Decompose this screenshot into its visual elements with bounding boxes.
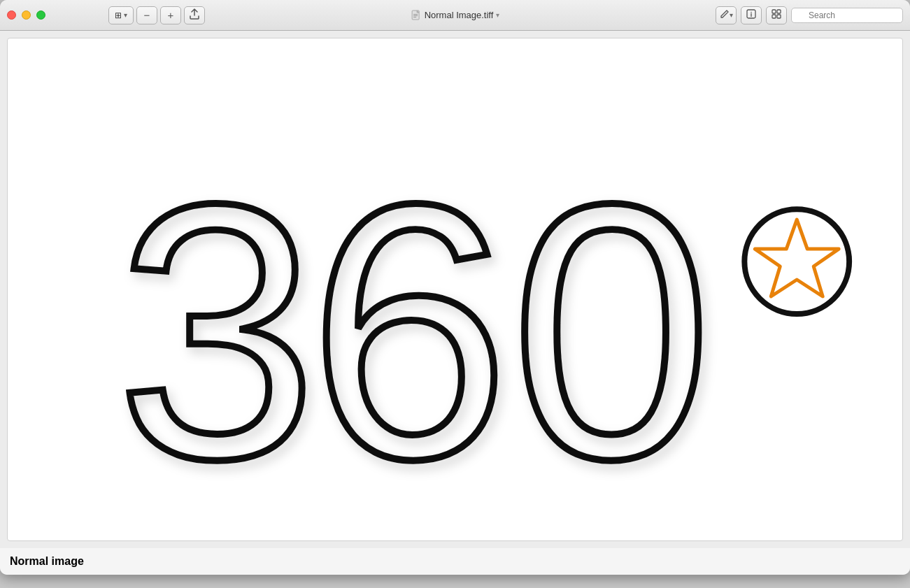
svg-rect-2 <box>413 15 418 16</box>
svg-rect-6 <box>772 10 776 13</box>
digit-3: 3 <box>116 129 318 534</box>
share-icon <box>190 8 199 22</box>
caption-text: Normal image <box>10 555 84 567</box>
info-icon <box>746 9 756 21</box>
traffic-lights <box>7 10 45 20</box>
annotate-button[interactable]: ▾ <box>716 6 737 24</box>
annotate-icon <box>720 9 730 21</box>
toolbar-left: ⊞ ▾ − + <box>108 6 205 24</box>
window-title: Normal Image.tiff <box>425 10 494 20</box>
search-wrapper: 🔍 <box>791 8 903 23</box>
view-button[interactable]: ⊞ ▾ <box>108 6 134 24</box>
digit-0: 0 <box>511 129 713 534</box>
digit-6: 6 <box>308 129 510 534</box>
close-button[interactable] <box>7 10 16 20</box>
share-button[interactable] <box>184 6 205 24</box>
main-window: ⊞ ▾ − + <box>0 0 910 575</box>
svg-rect-3 <box>413 17 416 17</box>
organize-icon <box>772 9 781 21</box>
view-icon: ⊞ <box>115 10 122 20</box>
organize-button[interactable] <box>766 6 787 24</box>
toolbar-right: ▾ <box>716 6 903 24</box>
titlebar: ⊞ ▾ − + <box>0 0 910 31</box>
image-svg: 3 6 0 <box>8 38 902 540</box>
zoom-in-button[interactable]: + <box>160 6 181 24</box>
search-input[interactable] <box>791 8 903 23</box>
view-dropdown-arrow: ▾ <box>124 11 127 19</box>
maximize-button[interactable] <box>36 10 45 20</box>
caption-area: Normal image <box>0 548 910 575</box>
zoom-out-icon: − <box>144 9 150 21</box>
svg-rect-8 <box>772 15 776 18</box>
zoom-out-button[interactable]: − <box>136 6 157 24</box>
title-dropdown-arrow[interactable]: ▾ <box>496 11 499 19</box>
star-icon <box>755 220 839 296</box>
degree-circle <box>744 209 849 314</box>
image-viewer: 3 6 0 <box>7 38 903 541</box>
svg-rect-7 <box>777 10 781 13</box>
file-icon <box>411 10 422 21</box>
info-button[interactable] <box>741 6 762 24</box>
svg-point-5 <box>751 12 752 13</box>
titlebar-center: Normal Image.tiff ▾ <box>411 10 500 21</box>
minimize-button[interactable] <box>22 10 31 20</box>
annotate-dropdown: ▾ <box>730 11 733 19</box>
svg-rect-9 <box>777 15 781 18</box>
svg-rect-1 <box>413 14 418 15</box>
zoom-in-icon: + <box>168 9 174 21</box>
